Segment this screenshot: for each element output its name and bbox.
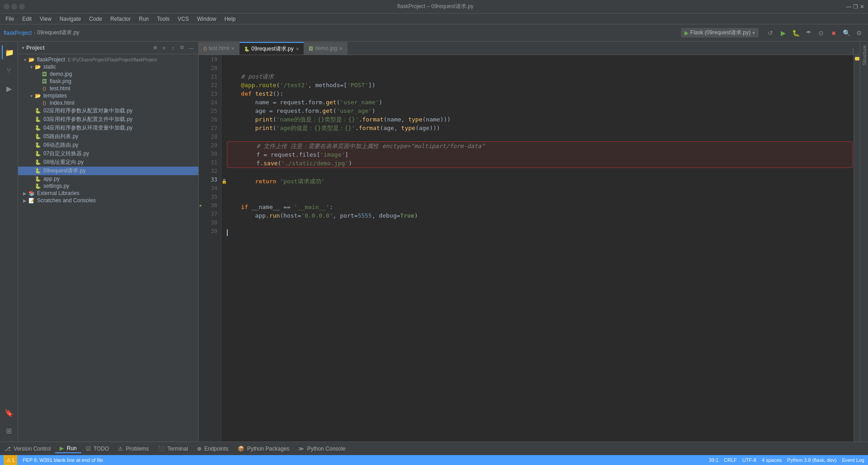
tree-external-libs[interactable]: ▶ 📚 External Libraries: [18, 190, 198, 197]
tree-flask-png[interactable]: 🖼 flask.png: [18, 78, 198, 85]
tab-more-icon[interactable]: ⋮: [850, 47, 856, 55]
code-line-39: [227, 228, 854, 237]
toolbar-settings-icon[interactable]: ⚙: [854, 28, 864, 38]
bottom-tab-todo[interactable]: ☑ TODO: [81, 445, 114, 453]
toolbar-profile-icon[interactable]: ⊙: [816, 28, 826, 38]
tab-09request-close[interactable]: ✕: [296, 46, 299, 51]
tree-py-08[interactable]: 🐍 08地址重定向.py: [18, 158, 198, 167]
code-content[interactable]: # post请求 @app.route('/test2', methods=['…: [221, 55, 854, 442]
status-line-col[interactable]: 39:1: [709, 457, 718, 463]
toolbar-coverage-icon[interactable]: ☂: [803, 28, 814, 38]
tree-test-html-label: test.html: [50, 85, 70, 92]
panel-expand-icon[interactable]: ≡: [160, 44, 168, 51]
lang-text: Python 3.8 (flask, dev): [787, 457, 836, 463]
line-33: 33: [199, 175, 221, 184]
tree-py-07[interactable]: 🐍 07自定义转换器.py: [18, 149, 198, 158]
indent-text: 4 spaces: [762, 457, 782, 463]
title-minimize-icon[interactable]: —: [846, 4, 851, 10]
status-event-log[interactable]: Event Log: [842, 457, 864, 463]
menu-window[interactable]: Window: [193, 15, 220, 23]
status-lang[interactable]: Python 3.8 (flask, dev): [787, 457, 836, 463]
tab-test-html-close[interactable]: ✕: [231, 46, 235, 51]
tree-static-folder[interactable]: ▾ 📂 static: [18, 63, 198, 70]
line-col-text: 39:1: [709, 457, 718, 463]
toolbar-reload-icon[interactable]: ↺: [765, 28, 776, 38]
title-close-icon[interactable]: ✕: [860, 4, 864, 10]
tab-demo-jpg-close[interactable]: ✕: [339, 46, 343, 51]
toolbar-debug-icon[interactable]: 🐛: [790, 28, 801, 38]
bottom-tab-problems[interactable]: ⚠ Problems: [113, 445, 153, 453]
tree-test-html[interactable]: ⟨⟩ test.html: [18, 85, 198, 92]
tree-py-06[interactable]: 🐍 06动态路由.py: [18, 141, 198, 149]
breadcrumb-file[interactable]: 09request请求.py: [37, 29, 79, 37]
menu-tools[interactable]: Tools: [153, 15, 173, 23]
bottom-tab-terminal[interactable]: ⬛ Terminal: [153, 445, 192, 453]
menu-file[interactable]: File: [2, 15, 18, 23]
status-warning[interactable]: ⚠ 1: [4, 455, 17, 465]
tab-test-html[interactable]: ⟨⟩ test.html ✕: [199, 42, 239, 55]
status-line-ending[interactable]: CRLF: [724, 457, 737, 463]
tree-py-09[interactable]: 🐍 09request请求.py: [18, 167, 198, 175]
menu-help[interactable]: Help: [221, 15, 239, 23]
activity-bottom-icon[interactable]: ⊞: [2, 423, 16, 438]
bottom-tab-endpoints[interactable]: ⊕ Endpoints: [192, 445, 233, 453]
title-restore-icon[interactable]: ❐: [853, 4, 858, 10]
maximize-button[interactable]: [11, 4, 17, 9]
menu-navigate[interactable]: Navigate: [56, 15, 84, 23]
panel-settings-icon[interactable]: ⚙: [178, 44, 186, 51]
bottom-tab-python-packages[interactable]: 📦 Python Packages: [233, 445, 294, 453]
tree-static-icon: 📂: [34, 64, 42, 70]
tree-templates-arrow: ▾: [28, 93, 34, 98]
bottom-tab-vcs[interactable]: ⎇ Version Control: [0, 445, 55, 453]
status-charset[interactable]: UTF-8: [742, 457, 756, 463]
line-21: 21: [199, 72, 221, 81]
menu-view[interactable]: View: [36, 15, 55, 23]
tree-templates-icon: 📂: [34, 93, 42, 99]
tree-py-02[interactable]: 🐍 02应用程序参数从配置对象中加载.py: [18, 107, 198, 115]
menu-run[interactable]: Run: [135, 15, 152, 23]
code-line-35: [227, 194, 854, 203]
tree-index-html[interactable]: ⟨⟩ index.html: [18, 99, 198, 107]
tree-app-py[interactable]: 🐍 app.py: [18, 175, 198, 182]
breadcrumb-project[interactable]: flaskProject: [4, 30, 32, 36]
tree-scratches[interactable]: ▶ 📝 Scratches and Consoles: [18, 197, 198, 204]
tree-py-08-label: 08地址重定向.py: [43, 158, 84, 166]
tree-settings-py[interactable]: 🐍 settings.py: [18, 182, 198, 190]
code-line-19: [227, 55, 854, 64]
activity-bookmarks-icon[interactable]: 🔖: [2, 405, 16, 420]
activity-project-icon[interactable]: 📁: [2, 45, 16, 60]
structure-tab-label[interactable]: Structure: [861, 42, 868, 69]
run-icon: ▶: [60, 445, 64, 451]
status-right: 39:1 CRLF UTF-8 4 spaces Python 3.8 (fla…: [709, 457, 864, 463]
status-indent[interactable]: 4 spaces: [762, 457, 782, 463]
run-config-selector[interactable]: ▶ Flask (09request请求.py) ▾: [681, 28, 759, 37]
toolbar-stop-icon[interactable]: ■: [828, 28, 839, 38]
window-controls[interactable]: [4, 4, 25, 9]
tree-templates-folder[interactable]: ▾ 📂 templates: [18, 92, 198, 99]
menu-code[interactable]: Code: [85, 15, 106, 23]
panel-locate-icon[interactable]: ⊕: [151, 44, 159, 51]
tree-root[interactable]: ▾ 📂 flaskProject E:\PyCharmProject\Flask…: [18, 56, 198, 63]
activity-run-icon[interactable]: ▶: [2, 81, 16, 96]
line-29: 29: [199, 141, 221, 149]
bottom-tab-python-console[interactable]: ≫ Python Console: [294, 445, 350, 453]
tab-demo-jpg[interactable]: 🖼 demo.jpg ✕: [304, 42, 347, 55]
menu-vcs[interactable]: VCS: [174, 15, 192, 23]
activity-vcs-icon[interactable]: ⑂: [2, 63, 16, 78]
tab-09request[interactable]: 🐍 09request请求.py ✕: [239, 42, 304, 55]
tree-py-05[interactable]: 🐍 05路由列表.py: [18, 132, 198, 141]
tree-py-04[interactable]: 🐍 04应用程序参数从环境变量中加载.py: [18, 124, 198, 132]
bottom-tab-run[interactable]: ▶ Run: [55, 444, 81, 453]
close-button[interactable]: [19, 4, 25, 9]
tree-demo-jpg[interactable]: 🖼 demo.jpg: [18, 70, 198, 78]
menu-refactor[interactable]: Refactor: [107, 15, 134, 23]
toolbar-search-icon[interactable]: 🔍: [841, 28, 852, 38]
panel-hide-icon[interactable]: —: [188, 44, 195, 51]
toolbar-run-icon[interactable]: ▶: [778, 28, 788, 38]
minimize-button[interactable]: [4, 4, 9, 9]
menu-edit[interactable]: Edit: [19, 15, 35, 23]
panel-collapse-icon[interactable]: ↕: [169, 44, 177, 51]
code-area[interactable]: 19 20 21 22 23 24 25 26 27 28 29 30 31 3…: [199, 55, 860, 442]
tree-py-03[interactable]: 🐍 03应用程序参数从配置文件中加载.py: [18, 115, 198, 124]
tree-py-04-icon: 🐍: [34, 125, 42, 131]
